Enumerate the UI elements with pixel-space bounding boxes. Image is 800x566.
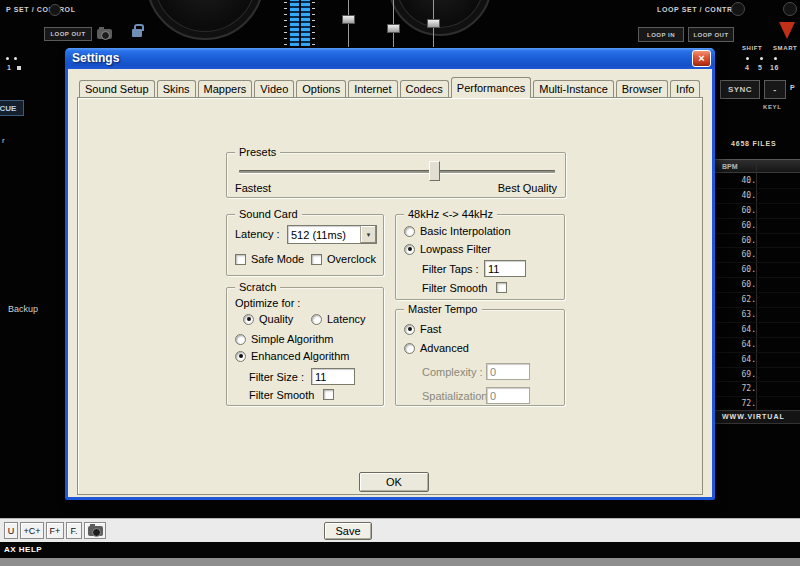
knob-icon[interactable] — [49, 4, 61, 16]
tab-browser[interactable]: Browser — [616, 80, 668, 97]
quality-option[interactable]: Quality — [243, 313, 293, 325]
lowpass-filter-radio[interactable] — [404, 244, 415, 255]
loop-out-button-right[interactable]: LOOP OUT — [688, 27, 734, 42]
backup-folder-label[interactable]: Backup — [8, 304, 38, 314]
pad-number[interactable]: 16 — [770, 64, 779, 71]
toolbar-button-fplus[interactable]: F+ — [46, 522, 64, 539]
safe-mode-checkbox[interactable] — [235, 254, 246, 265]
knob-icon[interactable] — [731, 2, 745, 16]
track-row[interactable]: 62. — [715, 293, 800, 308]
pad-number[interactable]: 5 — [758, 64, 763, 71]
resample-filter-smooth-checkbox[interactable] — [496, 282, 507, 293]
filter-size-input[interactable] — [311, 368, 355, 385]
simple-algorithm-radio[interactable] — [235, 334, 246, 345]
overclock-option[interactable]: Overclock — [311, 253, 376, 265]
presets-slider-thumb[interactable] — [429, 161, 440, 181]
track-row[interactable]: 63. — [715, 308, 800, 323]
tab-options[interactable]: Options — [296, 80, 346, 97]
overclock-checkbox[interactable] — [311, 254, 322, 265]
presets-slider-track[interactable] — [239, 170, 555, 173]
keylock-label[interactable]: KEYL — [763, 104, 781, 110]
tab-video[interactable]: Video — [254, 80, 294, 97]
track-row[interactable]: 60. — [715, 219, 800, 234]
track-row[interactable]: 60. — [715, 248, 800, 263]
save-button[interactable]: Save — [324, 522, 372, 540]
lock-icon[interactable] — [132, 29, 142, 37]
close-button[interactable]: × — [692, 50, 711, 67]
track-row[interactable]: 60. — [715, 263, 800, 278]
latency-combobox[interactable]: 512 (11ms) ▼ — [287, 225, 377, 244]
toolbar-button-c[interactable]: +C+ — [20, 522, 44, 539]
overclock-label: Overclock — [327, 253, 376, 265]
quality-label: Quality — [259, 313, 293, 325]
scratch-filter-smooth-checkbox[interactable] — [323, 389, 334, 400]
resample-filter-smooth-label: Filter Smooth — [422, 282, 487, 294]
track-row[interactable]: 60. — [715, 234, 800, 249]
track-row[interactable]: 69. — [715, 368, 800, 383]
track-row[interactable]: 64. — [715, 353, 800, 368]
tab-internet[interactable]: Internet — [348, 80, 397, 97]
latency-option[interactable]: Latency — [311, 313, 366, 325]
camera-icon[interactable] — [97, 29, 112, 39]
tab-skins[interactable]: Skins — [157, 80, 196, 97]
track-row[interactable]: 64. — [715, 338, 800, 353]
presets-group-title: Presets — [235, 146, 280, 159]
dialog-titlebar[interactable]: Settings × — [65, 48, 715, 69]
knob-icon[interactable] — [783, 2, 797, 16]
toolbar-camera-button[interactable] — [84, 522, 106, 539]
jog-wheel-left[interactable] — [146, 0, 264, 40]
jog-wheel-right[interactable] — [388, 0, 492, 36]
filter-taps-input[interactable] — [484, 260, 526, 277]
optimize-for-label: Optimize for : — [235, 297, 300, 309]
filter-taps-label: Filter Taps : — [422, 263, 479, 275]
advanced-radio[interactable] — [404, 343, 415, 354]
track-row[interactable]: 40. — [715, 174, 800, 189]
basic-interpolation-label: Basic Interpolation — [420, 225, 511, 237]
enhanced-algorithm-radio[interactable] — [235, 351, 246, 362]
resample-group: 48kHz <-> 44kHz Basic Interpolation Lowp… — [395, 214, 565, 300]
basic-interpolation-option[interactable]: Basic Interpolation — [404, 225, 511, 237]
dropdown-arrow-icon[interactable]: ▼ — [360, 226, 376, 243]
simple-algorithm-option[interactable]: Simple Algorithm — [235, 333, 334, 345]
pad-number[interactable]: 4 — [745, 64, 750, 71]
loop-in-button[interactable]: LOOP IN — [638, 27, 684, 42]
latency-radio[interactable] — [311, 314, 322, 325]
enhanced-algorithm-option[interactable]: Enhanced Algorithm — [235, 350, 349, 362]
toolbar-button-u[interactable]: U — [4, 522, 18, 539]
fader-handle[interactable] — [427, 19, 440, 28]
fast-option[interactable]: Fast — [404, 323, 441, 335]
scratch-group: Scratch Optimize for : Quality Latency — [226, 287, 384, 406]
latency-option-label: Latency — [327, 313, 366, 325]
minus-button[interactable]: - — [764, 80, 786, 99]
fader-handle[interactable] — [387, 24, 400, 33]
toolbar-button-fdot[interactable]: F. — [66, 522, 82, 539]
tab-performances[interactable]: Performances — [451, 77, 531, 98]
scratch-filter-smooth-label: Filter Smooth — [249, 389, 314, 401]
fast-radio[interactable] — [404, 324, 415, 335]
spatialization-input — [486, 387, 530, 404]
sync-button[interactable]: SYNC — [720, 80, 760, 99]
fader-handle[interactable] — [342, 15, 355, 24]
track-row[interactable]: 72. — [715, 382, 800, 397]
loop-out-button-left[interactable]: LOOP OUT — [44, 27, 92, 41]
track-row[interactable]: 40. — [715, 189, 800, 204]
bottom-strip — [0, 558, 800, 566]
tab-info[interactable]: Info — [670, 80, 700, 97]
cue-button[interactable]: CUE — [0, 100, 24, 116]
ok-button[interactable]: OK — [359, 472, 429, 492]
tab-mappers[interactable]: Mappers — [198, 80, 253, 97]
tab-sound-setup[interactable]: Sound Setup — [79, 80, 155, 97]
tab-multi-instance[interactable]: Multi-Instance — [533, 80, 613, 97]
bpm-column-header[interactable]: BPM — [715, 159, 800, 173]
tab-bar: Sound Setup Skins Mappers Video Options … — [77, 76, 703, 97]
indicator-dot — [14, 57, 17, 60]
advanced-option[interactable]: Advanced — [404, 342, 469, 354]
track-row[interactable]: 60. — [715, 204, 800, 219]
track-row[interactable]: 64. — [715, 323, 800, 338]
tab-codecs[interactable]: Codecs — [400, 80, 449, 97]
basic-interpolation-radio[interactable] — [404, 226, 415, 237]
track-row[interactable]: 60. — [715, 278, 800, 293]
lowpass-filter-option[interactable]: Lowpass Filter — [404, 243, 491, 255]
quality-radio[interactable] — [243, 314, 254, 325]
safe-mode-option[interactable]: Safe Mode — [235, 253, 304, 265]
